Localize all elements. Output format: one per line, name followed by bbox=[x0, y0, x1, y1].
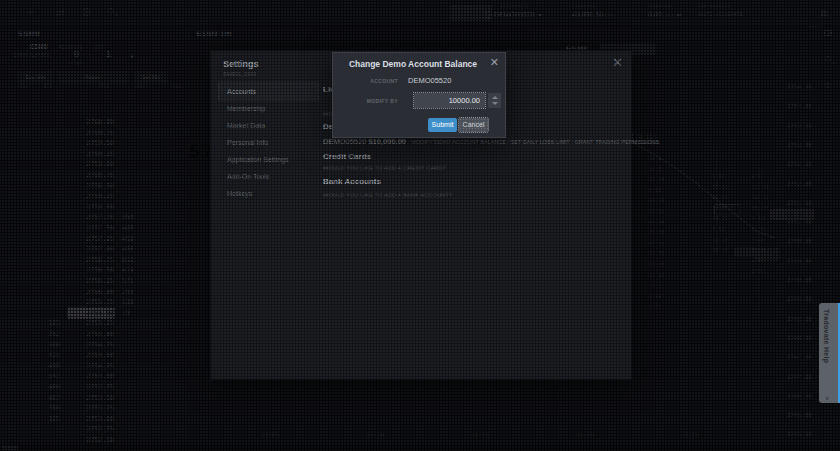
app-window: + ⇄ ACCOUNTS DDEMO05520 CASH BAL 49,850.… bbox=[0, 0, 840, 451]
help-tab[interactable]: Tradovate Help ∨ bbox=[819, 303, 840, 403]
stepper-down-icon[interactable] bbox=[492, 102, 498, 105]
modify-by-label: MODIFY BY bbox=[343, 98, 398, 104]
amount-stepper bbox=[488, 93, 501, 108]
modal-title: Change Demo Account Balance bbox=[333, 59, 493, 69]
stepper-up-icon[interactable] bbox=[492, 96, 498, 99]
account-value: DEMO05520 bbox=[408, 76, 451, 85]
cancel-button[interactable]: Cancel bbox=[459, 118, 488, 132]
help-tab-label: Tradovate Help bbox=[823, 309, 830, 363]
submit-button[interactable]: Submit bbox=[428, 118, 457, 132]
modify-amount-input[interactable] bbox=[414, 93, 485, 108]
chevron-icon: ∨ bbox=[825, 394, 829, 401]
account-label: ACCOUNT bbox=[343, 78, 398, 84]
change-balance-modal: Change Demo Account Balance ✕ ACCOUNT DE… bbox=[332, 52, 506, 138]
close-icon[interactable]: ✕ bbox=[490, 56, 499, 69]
